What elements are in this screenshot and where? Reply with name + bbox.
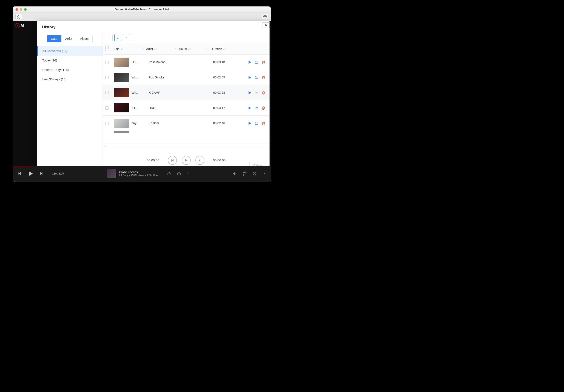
row-play-button[interactable] [248,60,252,64]
chevron-left-icon [108,37,110,39]
row-open-folder-button[interactable] [254,121,258,125]
folder-open-icon [254,91,258,95]
row-artist: Post Malone [149,60,181,64]
row-artist: DDG [149,106,181,110]
yt-now-playing[interactable]: Close Friends Lil Baby • 252M views • 1.… [107,169,191,178]
svg-marker-20 [29,171,33,176]
yt-progress-fill [13,166,33,166]
sidebar-item-recent-7-days[interactable]: Recent 7 days (16) [37,65,102,75]
sidebar-item-today[interactable]: Today (16) [37,56,102,65]
window-minimize[interactable] [20,8,22,11]
sort-icon[interactable]: ▲▼ [188,48,191,50]
row-open-folder-button[interactable] [254,75,258,79]
header-duration[interactable]: Duration [211,47,222,51]
row-checkbox[interactable] [105,106,109,110]
row-thumbnail [114,119,129,128]
yt-repeat-button[interactable] [242,171,247,176]
row-duration: 00:02:46 [213,121,241,125]
row-delete-button[interactable] [261,91,265,95]
yt-progress-bar[interactable] [13,166,271,166]
table-header: Title ▲▼ Artist ▲▼ Album [103,43,269,55]
sort-icon[interactable]: ▲▼ [154,48,157,50]
folder-open-icon [254,60,258,64]
search-icon [141,47,144,50]
play-icon [248,121,252,125]
page-prev-button[interactable] [106,34,113,41]
row-checkbox[interactable] [105,76,109,79]
row-delete-button[interactable] [261,60,265,64]
header-album[interactable]: Album [178,47,187,51]
table-row[interactable]: If I ... DDG 00:03:17 [103,100,269,116]
sort-icon[interactable]: ▲▼ [120,48,123,50]
svg-line-7 [208,49,208,49]
history-sidebar: Date Artist Album All Converted (16) Tod… [37,31,103,171]
row-checkbox[interactable] [105,61,109,64]
volume-icon [233,171,237,176]
sidebar-item-last-30-days[interactable]: Last 30 days (16) [37,75,102,84]
yt-expand-button[interactable] [262,171,267,176]
folder-open-icon [254,121,258,125]
signin-button[interactable]: IN [262,22,269,28]
page-1-button[interactable]: 1 [114,34,121,41]
row-play-button[interactable] [248,75,252,79]
skip-back-icon [170,158,174,162]
svg-point-4 [174,48,176,49]
search-title-icon[interactable] [141,47,144,51]
prev-track-button[interactable] [168,156,177,165]
play-icon [248,76,252,79]
header-artist[interactable]: Artist [146,47,153,51]
yt-play-button[interactable] [27,170,34,177]
table-row[interactable]: Wh... Pop Smoke 00:02:49 [103,70,269,85]
header-title[interactable]: Title [114,47,119,51]
yt-prev-button[interactable] [17,171,22,176]
yt-dislike-button[interactable] [167,171,171,176]
row-delete-button[interactable] [261,121,265,125]
table-row[interactable]: Wh... K CAMP 00:03:53 [103,85,269,100]
window-maximize[interactable] [24,8,27,11]
home-button[interactable] [15,14,22,20]
folder-open-icon [254,75,258,79]
search-artist-icon[interactable] [174,47,176,51]
shuffle-icon [252,171,257,176]
segment-artist[interactable]: Artist [61,35,76,42]
svg-point-6 [206,48,208,49]
settings-button[interactable] [262,14,268,20]
row-duration: 00:03:17 [213,106,241,110]
page-next-button[interactable] [123,34,130,41]
search-album-icon[interactable] [206,47,209,51]
sort-icon[interactable]: ▲▼ [223,48,226,50]
next-track-button[interactable] [195,156,204,165]
sidebar-item-all-converted[interactable]: All Converted (16) [37,46,102,56]
row-delete-button[interactable] [261,75,265,79]
play-pause-button[interactable] [182,156,191,165]
svg-point-24 [188,173,189,174]
window-close[interactable] [15,8,18,11]
table-row[interactable]: any... Kehlani 00:02:46 [103,116,269,131]
segment-date[interactable]: Date [47,35,61,42]
row-title: any... [132,121,149,125]
segment-album[interactable]: Album [76,35,92,42]
row-open-folder-button[interactable] [254,106,258,110]
svg-marker-12 [249,122,251,124]
yt-more-button[interactable] [187,171,191,176]
scrubber-handle[interactable] [103,145,106,148]
skip-back-icon [17,171,22,176]
row-open-folder-button[interactable] [254,91,258,95]
row-play-button[interactable] [248,106,252,110]
row-checkbox[interactable] [105,122,109,125]
ytmusic-logo-icon [15,23,20,28]
trash-icon [262,91,265,95]
chevron-down-icon[interactable] [105,50,107,52]
row-thumbnail [114,57,129,67]
yt-next-button[interactable] [40,171,44,176]
select-all-checkbox[interactable] [105,46,109,49]
table-row[interactable]: I Li... Post Malone 00:03:18 [103,55,269,70]
yt-volume-button[interactable] [233,171,237,176]
yt-shuffle-button[interactable] [252,171,257,176]
row-open-folder-button[interactable] [254,60,258,64]
row-checkbox[interactable] [105,91,109,94]
row-delete-button[interactable] [261,106,265,110]
row-play-button[interactable] [248,121,252,125]
row-play-button[interactable] [248,91,252,95]
yt-like-button[interactable] [177,171,181,176]
